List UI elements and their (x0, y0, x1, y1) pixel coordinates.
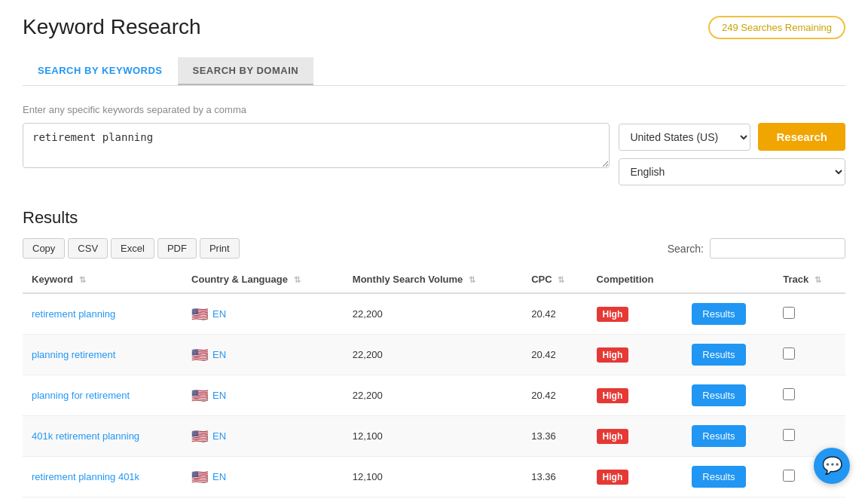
table-row: planning retirement 🇺🇸 EN 22,200 20.42 H… (23, 335, 845, 375)
competition-badge: High (597, 388, 629, 403)
results-table: Keyword ⇅ Country & Language ⇅ Monthly S… (23, 266, 845, 497)
competition-badge: High (597, 470, 629, 485)
flag-icon: 🇺🇸 (191, 306, 208, 323)
copy-button[interactable]: Copy (23, 238, 65, 259)
flag-icon: 🇺🇸 (191, 387, 208, 404)
col-keyword[interactable]: Keyword ⇅ (23, 266, 182, 293)
language-code: EN (212, 390, 226, 401)
searches-remaining-badge: 249 Searches Remaining (708, 16, 845, 39)
track-checkbox[interactable] (783, 470, 795, 482)
cell-competition: High (588, 335, 683, 375)
table-search-input[interactable] (710, 238, 845, 259)
cell-results-button: Results (683, 293, 774, 335)
export-row: Copy CSV Excel PDF Print Search: (23, 238, 845, 259)
chat-bubble[interactable]: 💬 (814, 448, 850, 484)
col-monthly-search-volume[interactable]: Monthly Search Volume ⇅ (344, 266, 522, 293)
tabs-row: SEARCH BY KEYWORDS SEARCH BY DOMAIN (23, 57, 845, 86)
sort-icon-volume: ⇅ (469, 275, 475, 285)
cell-track (774, 375, 845, 416)
tab-search-by-keywords[interactable]: SEARCH BY KEYWORDS (23, 57, 178, 85)
cell-keyword: 401k retirement planning (23, 416, 182, 457)
cell-cpc: 13.36 (522, 457, 587, 497)
excel-button[interactable]: Excel (111, 238, 154, 259)
col-track[interactable]: Track ⇅ (774, 266, 845, 293)
country-select[interactable]: United States (US) United Kingdom (UK) C… (619, 124, 750, 151)
cell-competition: High (588, 457, 683, 497)
cell-competition: High (588, 375, 683, 416)
keyword-link[interactable]: retirement planning 401k (32, 471, 139, 482)
results-section: Results Copy CSV Excel PDF Print Search:… (23, 208, 845, 497)
competition-badge: High (597, 429, 629, 444)
table-row: retirement planning 401k 🇺🇸 EN 12,100 13… (23, 457, 845, 497)
track-checkbox[interactable] (783, 429, 795, 441)
col-country-language[interactable]: Country & Language ⇅ (182, 266, 344, 293)
cell-cpc: 20.42 (522, 375, 587, 416)
keyword-link[interactable]: planning for retirement (32, 390, 130, 401)
sort-icon-country: ⇅ (294, 275, 301, 285)
track-checkbox[interactable] (783, 307, 795, 319)
cell-keyword: retirement planning 401k (23, 457, 182, 497)
col-results-action (683, 266, 774, 293)
language-code: EN (212, 349, 226, 360)
cell-results-button: Results (683, 416, 774, 457)
cell-keyword: planning for retirement (23, 375, 182, 416)
competition-badge: High (597, 307, 629, 322)
sort-icon-track: ⇅ (815, 275, 821, 285)
cell-country-language: 🇺🇸 EN (182, 375, 344, 416)
cell-volume: 22,200 (344, 375, 522, 416)
search-controls: United States (US) United Kingdom (UK) C… (619, 123, 845, 185)
results-title: Results (23, 208, 845, 228)
cell-country-language: 🇺🇸 EN (182, 457, 344, 497)
print-button[interactable]: Print (200, 238, 240, 259)
cell-competition: High (588, 416, 683, 457)
results-button[interactable]: Results (692, 384, 745, 406)
table-search-row: Search: (668, 238, 845, 259)
keyword-link[interactable]: 401k retirement planning (32, 430, 139, 442)
cell-results-button: Results (683, 335, 774, 375)
results-button[interactable]: Results (692, 466, 745, 488)
tab-search-by-domain[interactable]: SEARCH BY DOMAIN (178, 57, 314, 85)
search-hint: Enter any specific keywords separated by… (23, 104, 845, 115)
search-label: Search: (668, 243, 704, 255)
pdf-button[interactable]: PDF (157, 238, 197, 259)
cell-keyword: retirement planning (23, 293, 182, 335)
cell-track (774, 293, 845, 335)
results-button[interactable]: Results (692, 344, 745, 366)
language-code: EN (212, 430, 226, 442)
cell-volume: 22,200 (344, 293, 522, 335)
keyword-input[interactable]: retirement planning (23, 123, 610, 168)
flag-icon: 🇺🇸 (191, 428, 208, 445)
table-row: planning for retirement 🇺🇸 EN 22,200 20.… (23, 375, 845, 416)
cell-competition: High (588, 293, 683, 335)
research-button[interactable]: Research (758, 123, 845, 151)
cell-country-language: 🇺🇸 EN (182, 293, 344, 335)
results-button[interactable]: Results (692, 425, 745, 447)
competition-badge: High (597, 347, 629, 363)
keyword-link[interactable]: retirement planning (32, 308, 115, 320)
page-title: Keyword Research (23, 15, 201, 39)
language-select[interactable]: English Spanish French German (619, 158, 845, 185)
cell-volume: 22,200 (344, 335, 522, 375)
flag-icon: 🇺🇸 (191, 347, 208, 363)
search-area: retirement planning United States (US) U… (23, 123, 845, 185)
cell-volume: 12,100 (344, 416, 522, 457)
cell-country-language: 🇺🇸 EN (182, 335, 344, 375)
keyword-link[interactable]: planning retirement (32, 349, 115, 360)
track-checkbox[interactable] (783, 388, 795, 400)
language-code: EN (212, 308, 226, 320)
cell-cpc: 20.42 (522, 293, 587, 335)
results-button[interactable]: Results (692, 303, 745, 325)
sort-icon-keyword: ⇅ (79, 275, 86, 285)
track-checkbox[interactable] (783, 347, 795, 360)
cell-cpc: 20.42 (522, 335, 587, 375)
table-row: 401k retirement planning 🇺🇸 EN 12,100 13… (23, 416, 845, 457)
export-buttons: Copy CSV Excel PDF Print (23, 238, 240, 259)
csv-button[interactable]: CSV (68, 238, 108, 259)
col-cpc[interactable]: CPC ⇅ (522, 266, 587, 293)
cell-cpc: 13.36 (522, 416, 587, 457)
cell-results-button: Results (683, 375, 774, 416)
col-competition[interactable]: Competition (588, 266, 683, 293)
table-row: retirement planning 🇺🇸 EN 22,200 20.42 H… (23, 293, 845, 335)
cell-country-language: 🇺🇸 EN (182, 416, 344, 457)
cell-keyword: planning retirement (23, 335, 182, 375)
